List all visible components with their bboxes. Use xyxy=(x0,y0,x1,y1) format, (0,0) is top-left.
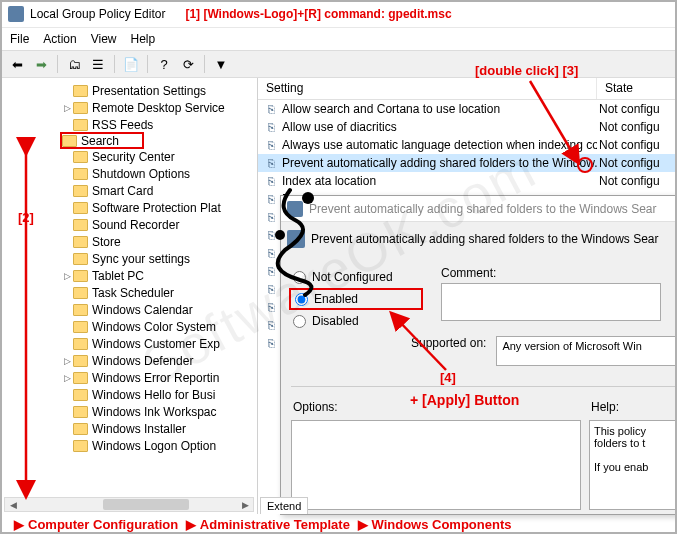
radio-disabled[interactable]: Disabled xyxy=(293,310,423,332)
tree-item[interactable]: Shutdown Options xyxy=(6,165,257,182)
list-button[interactable]: ☰ xyxy=(87,53,109,75)
tree-item[interactable]: Windows Customer Exp xyxy=(6,335,257,352)
dialog-subtitle-text: Prevent automatically adding shared fold… xyxy=(311,232,659,246)
radio-enabled[interactable]: Enabled xyxy=(289,288,423,310)
menu-view[interactable]: View xyxy=(91,32,117,46)
tree-item-label: RSS Feeds xyxy=(92,118,153,132)
tree-item[interactable]: Windows Hello for Busi xyxy=(6,386,257,403)
list-row[interactable]: ⎘Allow use of diacriticsNot configu xyxy=(258,118,677,136)
filter-button[interactable]: ▼ xyxy=(210,53,232,75)
dialog-titlebar[interactable]: Prevent automatically adding shared fold… xyxy=(281,196,677,222)
dialog-title-text: Prevent automatically adding shared fold… xyxy=(309,202,657,216)
tree-item[interactable]: Windows Color System xyxy=(6,318,257,335)
tree-scrollbar[interactable]: ◀ ▶ xyxy=(4,497,254,512)
setting-state: Not configu xyxy=(597,174,677,188)
dialog-icon xyxy=(287,201,303,217)
tree-item[interactable]: Security Center xyxy=(6,148,257,165)
tree-item[interactable]: Sync your settings xyxy=(6,250,257,267)
folder-icon xyxy=(73,119,88,131)
policy-icon: ⎘ xyxy=(264,138,278,152)
tree-item[interactable]: ▷Windows Error Reportin xyxy=(6,369,257,386)
tree-item[interactable]: ▷Windows Defender xyxy=(6,352,257,369)
help-button[interactable]: ? xyxy=(153,53,175,75)
folder-icon xyxy=(73,287,88,299)
setting-state: Not configu xyxy=(597,156,677,170)
tree-item[interactable]: Task Scheduler xyxy=(6,284,257,301)
tree-item-label: Windows Color System xyxy=(92,320,216,334)
folder-icon xyxy=(73,168,88,180)
folder-icon xyxy=(73,219,88,231)
expand-icon[interactable]: ▷ xyxy=(62,271,73,281)
scroll-right[interactable]: ▶ xyxy=(237,498,253,511)
comment-area: Comment: xyxy=(441,266,661,321)
tree-item[interactable]: Windows Logon Option xyxy=(6,437,257,454)
radio-not-configured[interactable]: Not Configured xyxy=(293,266,423,288)
tab-extended[interactable]: Extend xyxy=(260,497,308,514)
setting-label: Always use automatic language detection … xyxy=(282,138,597,152)
tree-item[interactable]: Store xyxy=(6,233,257,250)
list-row[interactable]: ⎘Index ata locationNot configu xyxy=(258,172,677,190)
tree-item-label: Search xyxy=(81,134,119,148)
scroll-left[interactable]: ◀ xyxy=(5,498,21,511)
breadcrumb-2: Administrative Template xyxy=(200,517,350,532)
tree-item-label: Remote Desktop Service xyxy=(92,101,225,115)
toolbar: ⬅ ➡ 🗂 ☰ 📄 ? ⟳ ▼ xyxy=(0,50,677,78)
folder-icon xyxy=(73,236,88,248)
folder-icon xyxy=(73,389,88,401)
supported-textbox: Any version of Microsoft Win xyxy=(496,336,677,366)
tree-item-label: Security Center xyxy=(92,150,175,164)
radio-not-configured-label: Not Configured xyxy=(312,270,393,284)
dialog-body: Not Configured Enabled Disabled Comment:… xyxy=(281,256,677,342)
radio-enabled-input[interactable] xyxy=(295,293,308,306)
tree-item[interactable]: Windows Ink Workspac xyxy=(6,403,257,420)
tree-item[interactable]: ▷Remote Desktop Service xyxy=(6,99,257,116)
folder-icon xyxy=(73,102,88,114)
tree-item[interactable]: Presentation Settings xyxy=(6,82,257,99)
comment-textbox[interactable] xyxy=(441,283,661,321)
folder-icon xyxy=(73,423,88,435)
menubar: File Action View Help xyxy=(0,28,677,50)
forward-button[interactable]: ➡ xyxy=(30,53,52,75)
tree-item-label: Windows Error Reportin xyxy=(92,371,219,385)
refresh-button[interactable]: ⟳ xyxy=(177,53,199,75)
tree[interactable]: Presentation Settings▷Remote Desktop Ser… xyxy=(0,78,257,458)
col-setting[interactable]: Setting xyxy=(258,78,597,99)
menu-help[interactable]: Help xyxy=(131,32,156,46)
back-button[interactable]: ⬅ xyxy=(6,53,28,75)
policy-dialog: Prevent automatically adding shared fold… xyxy=(280,195,677,515)
folder-icon xyxy=(73,304,88,316)
tree-item-label: Store xyxy=(92,235,121,249)
folder-icon xyxy=(73,85,88,97)
radio-not-configured-input[interactable] xyxy=(293,271,306,284)
menu-action[interactable]: Action xyxy=(43,32,76,46)
expand-icon[interactable]: ▷ xyxy=(62,103,73,113)
tree-item[interactable]: Software Protection Plat xyxy=(6,199,257,216)
radio-disabled-input[interactable] xyxy=(293,315,306,328)
export-button[interactable]: 📄 xyxy=(120,53,142,75)
policy-icon: ⎘ xyxy=(264,228,278,242)
tree-item[interactable]: RSS Feeds xyxy=(6,116,257,133)
options-box[interactable] xyxy=(291,420,581,510)
list-row[interactable]: ⎘Always use automatic language detection… xyxy=(258,136,677,154)
tree-item[interactable]: Windows Calendar xyxy=(6,301,257,318)
list-row[interactable]: ⎘Allow search and Cortana to use locatio… xyxy=(258,100,677,118)
tree-item[interactable]: Search xyxy=(60,132,144,149)
setting-state: Not configu xyxy=(597,120,677,134)
window-title: Local Group Policy Editor xyxy=(30,7,165,21)
expand-icon[interactable]: ▷ xyxy=(62,356,73,366)
tree-item[interactable]: Windows Installer xyxy=(6,420,257,437)
col-state[interactable]: State xyxy=(597,78,677,99)
folder-icon xyxy=(73,270,88,282)
policy-icon: ⎘ xyxy=(264,336,278,350)
menu-file[interactable]: File xyxy=(10,32,29,46)
tree-item[interactable]: Sound Recorder xyxy=(6,216,257,233)
supported-label: Supported on: xyxy=(411,336,486,350)
tree-item-label: Presentation Settings xyxy=(92,84,206,98)
folder-button[interactable]: 🗂 xyxy=(63,53,85,75)
tree-item[interactable]: ▷Tablet PC xyxy=(6,267,257,284)
list-row[interactable]: ⎘Prevent automatically adding shared fol… xyxy=(258,154,677,172)
tree-item[interactable]: Smart Card xyxy=(6,182,257,199)
breadcrumb-3: Windows Components xyxy=(372,517,512,532)
expand-icon[interactable]: ▷ xyxy=(62,373,73,383)
setting-state: Not configu xyxy=(597,102,677,116)
